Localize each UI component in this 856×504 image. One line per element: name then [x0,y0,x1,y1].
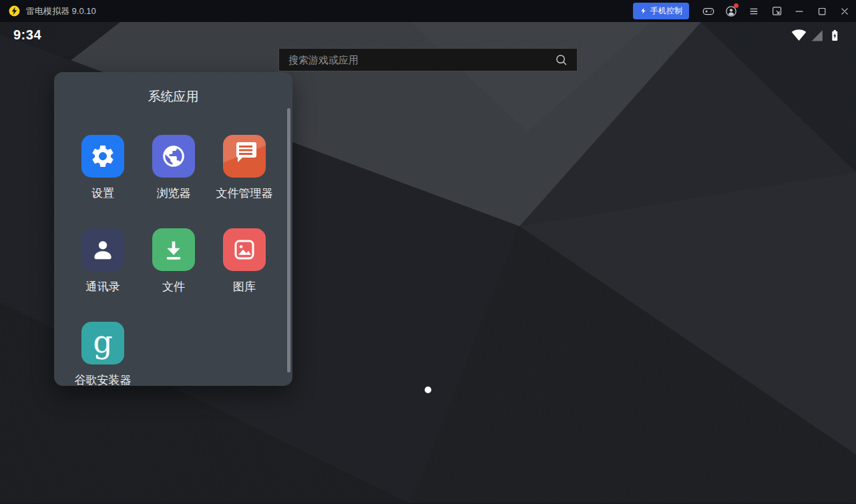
files-download-icon [152,228,195,271]
browser-globe-icon [152,135,195,178]
status-time: 9:34 [13,27,41,43]
gallery-photo-icon [223,228,266,271]
folder-scrollbar[interactable] [287,108,290,372]
app-label: 谷歌安装器 [75,372,132,388]
contacts-person-icon [81,228,124,271]
ldplayer-window: 雷电模拟器 9.0.10 手机控制 [0,0,856,504]
search-input[interactable] [287,53,549,66]
phone-control-button[interactable]: 手机控制 [633,3,689,19]
app-label: 设置 [91,186,114,201]
android-home-screen: 9:34 [0,22,856,504]
maximize-button[interactable] [811,0,833,22]
app-grid: 设置 浏览器 [67,135,280,388]
titlebar-right: 手机控制 [633,0,856,22]
system-apps-folder: 系统应用 设置 浏览器 [54,72,292,386]
phone-control-label: 手机控制 [650,5,682,17]
lightning-icon [640,7,647,15]
settings-gear-icon [81,135,124,178]
search-bar [278,48,578,71]
status-icons [791,27,842,43]
minimize-button[interactable] [788,0,811,22]
app-label: 浏览器 [157,186,191,201]
app-label: 图库 [233,279,256,294]
app-files[interactable]: 文件 [138,228,209,294]
app-label: 文件 [162,279,185,294]
app-label: 文件管理器 [216,186,273,201]
magnifier-icon[interactable] [554,53,569,67]
menu-icon[interactable] [742,0,765,22]
app-gallery[interactable]: 图库 [209,228,280,294]
app-browser[interactable]: 浏览器 [138,135,209,201]
notification-dot [734,3,738,8]
app-label: 通讯录 [86,279,120,294]
gamepad-icon[interactable] [697,0,720,22]
google-installer-icon: g [81,322,124,364]
app-settings[interactable]: 设置 [67,135,138,201]
titlebar-left: 雷电模拟器 9.0.10 [8,5,96,17]
page-indicator-dot [425,387,431,393]
svg-text:g: g [93,324,112,360]
folder-title: 系统应用 [54,88,292,105]
file-manager-icon [223,135,266,178]
app-contacts[interactable]: 通讯录 [67,228,138,294]
app-google-installer[interactable]: g 谷歌安装器 [67,322,138,388]
support-person-icon[interactable] [720,0,742,22]
ldplayer-logo-icon [8,5,21,17]
window-titlebar: 雷电模拟器 9.0.10 手机控制 [0,0,856,22]
cellular-signal-icon [810,29,824,43]
fit-screen-icon[interactable] [765,0,788,22]
app-file-manager[interactable]: 文件管理器 [209,135,280,201]
close-button[interactable] [833,0,856,22]
window-title: 雷电模拟器 9.0.10 [26,5,96,17]
battery-charging-icon [827,28,842,43]
wifi-icon [791,27,807,43]
